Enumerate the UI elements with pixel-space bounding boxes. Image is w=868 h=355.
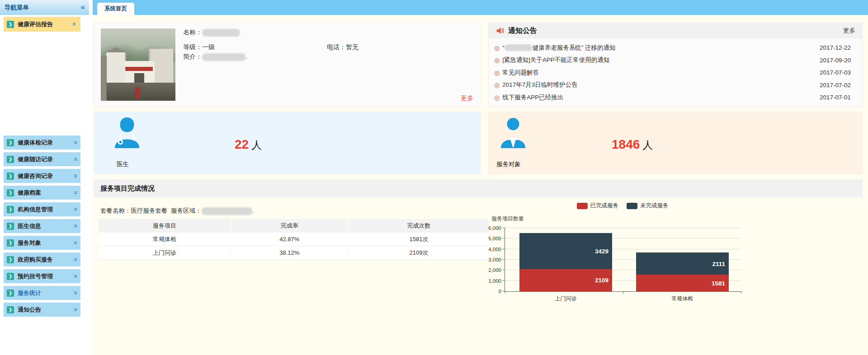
notice-item[interactable]: ◎[紧急通知]关于APP不能正常使用的通知2017-09-20 <box>489 54 862 66</box>
collapse-sidebar-icon[interactable]: « <box>81 3 85 12</box>
legend-swatch <box>627 203 637 209</box>
notice-item-date: 2017-12-22 <box>820 44 851 51</box>
chart-plot-area: 01,0002,0003,0004,0005,0006,00021093429上… <box>505 228 741 292</box>
sidebar-item[interactable]: ❯健康随访记录« <box>4 152 80 166</box>
y-tick-label: 3,000 <box>478 257 501 262</box>
circle-bullet-icon: ◎ <box>494 56 500 64</box>
app-root: 导航菜单 « ❯ 健康评估报告 « ❯健康体检记录«❯健康随访记录«❯健康咨询记… <box>0 0 868 355</box>
sidebar-item-label: 机构信息管理 <box>18 206 73 214</box>
sidebar-header: 导航菜单 « <box>0 0 89 15</box>
chevron-down-icon[interactable]: « <box>71 174 78 178</box>
x-tick-mark <box>741 291 741 294</box>
chevron-down-icon[interactable]: « <box>71 274 78 278</box>
bar-segment: 2109 <box>519 269 612 291</box>
sidebar-item[interactable]: ❯健康体检记录« <box>4 135 80 149</box>
y-tick-mark <box>503 228 505 228</box>
redacted-value <box>505 44 533 51</box>
circle-bullet-icon: ◎ <box>494 69 500 76</box>
table-cell: 38.12% <box>231 246 349 260</box>
sidebar-item-active[interactable]: ❯ 健康评估报告 « <box>4 17 80 32</box>
notice-item-date: 2017-09-20 <box>820 57 851 64</box>
sidebar-item[interactable]: ❯健康咨询记录« <box>4 169 80 183</box>
chevron-down-icon[interactable]: « <box>71 257 78 261</box>
bar-value-label: 2109 <box>595 277 609 284</box>
arrow-right-icon: ❯ <box>7 239 14 247</box>
legend-item[interactable]: 已完成服务 <box>577 202 619 210</box>
sidebar-item[interactable]: ❯医生信息« <box>4 219 80 233</box>
client-stat-card: 服务对象 1846人 <box>488 112 863 174</box>
legend-swatch <box>577 203 588 209</box>
table-header-cell: 完成率 <box>231 219 349 233</box>
bar-segment: 2111 <box>636 252 729 275</box>
table-row: 常规体检42.87%1581次 <box>99 233 489 246</box>
notice-title: 通知公告 <box>508 26 843 36</box>
x-category-label: 上门问诊 <box>555 295 577 303</box>
sidebar-item-label: 政府购买服务 <box>18 256 73 264</box>
facility-phone-field: 电话：暂无 <box>327 43 359 51</box>
arrow-right-icon: ❯ <box>7 273 14 280</box>
tab-bar: 系统首页 <box>93 0 868 15</box>
notice-item-date: 2017-07-01 <box>820 94 851 101</box>
table-row: 上门问诊38.12%2109次 <box>99 246 489 260</box>
client-stat-label: 服务对象 <box>496 160 521 168</box>
bar-segment: 3429 <box>519 233 612 269</box>
arrow-right-icon: ❯ <box>7 156 14 163</box>
package-meta-line: 套餐名称：医疗服务套餐 服务区域：. <box>100 207 254 215</box>
notice-item-text: 线下服务APP已经推出 <box>502 93 820 102</box>
facility-more-link[interactable]: 更多 <box>461 94 473 103</box>
service-table: 服务项目完成率完成次数常规体检42.87%1581次上门问诊38.12%2109… <box>99 219 489 260</box>
sidebar-item[interactable]: ❯服务对象« <box>4 236 80 250</box>
megaphone-icon <box>495 26 505 35</box>
y-tick-label: 0 <box>478 289 501 294</box>
y-tick-mark <box>503 249 505 249</box>
notice-more-link[interactable]: 更多 <box>843 27 855 35</box>
chevron-down-icon[interactable]: « <box>71 241 78 244</box>
notice-item-date: 2017-07-03 <box>820 69 851 76</box>
tab-system-home[interactable]: 系统首页 <box>97 3 134 15</box>
legend-label: 未完成服务 <box>640 202 669 210</box>
chevron-down-icon[interactable]: « <box>71 308 78 311</box>
chevron-down-icon[interactable]: « <box>71 191 78 194</box>
redacted-value <box>202 29 240 37</box>
notice-item-text: 2017年7月3日临时维护公告 <box>502 81 820 89</box>
arrow-right-icon: ❯ <box>7 206 14 213</box>
notice-item-text: “健康养老服务系统” 迁移的通知 <box>502 44 820 52</box>
chart-y-axis-title: 服务项目数量 <box>491 215 524 223</box>
notice-item[interactable]: ◎“健康养老服务系统” 迁移的通知2017-12-22 <box>489 42 862 54</box>
sidebar-item[interactable]: ❯机构信息管理« <box>4 202 80 216</box>
sidebar-item[interactable]: ❯服务统计« <box>4 286 80 300</box>
tab-label: 系统首页 <box>104 5 127 13</box>
arrow-right-icon: ❯ <box>7 189 14 196</box>
sidebar-item[interactable]: ❯政府购买服务« <box>4 252 80 266</box>
notice-item[interactable]: ◎线下服务APP已经推出2017-07-01 <box>489 91 862 103</box>
bar-segment: 1581 <box>636 275 729 291</box>
notice-item[interactable]: ◎常见问题解答2017-07-03 <box>489 66 862 79</box>
service-section-header: 服务项目完成情况 <box>94 179 863 197</box>
y-tick-mark <box>503 259 505 260</box>
chevron-up-icon[interactable]: « <box>71 22 78 26</box>
chevron-down-icon[interactable]: « <box>71 291 78 294</box>
sidebar: 导航菜单 « ❯ 健康评估报告 « ❯健康体检记录«❯健康随访记录«❯健康咨询记… <box>0 0 89 355</box>
sidebar-item[interactable]: ❯预约挂号管理« <box>4 269 80 283</box>
y-tick-label: 6,000 <box>478 225 501 231</box>
chevron-down-icon[interactable]: « <box>71 157 78 161</box>
notice-item[interactable]: ◎2017年7月3日临时维护公告2017-07-02 <box>489 79 862 91</box>
bar-value-label: 3429 <box>595 248 609 254</box>
sidebar-item[interactable]: ❯通知公告« <box>4 303 80 317</box>
y-tick-label: 2,000 <box>478 267 501 273</box>
chevron-down-icon[interactable]: « <box>71 224 78 228</box>
chevron-down-icon[interactable]: « <box>71 140 78 144</box>
sidebar-item-label: 健康体检记录 <box>18 139 73 147</box>
table-header-cell: 完成次数 <box>349 219 489 233</box>
notice-header: 通知公告 更多 <box>489 23 862 38</box>
sidebar-item[interactable]: ❯健康档案« <box>4 186 80 200</box>
table-cell: 42.87% <box>231 233 349 246</box>
arrow-right-icon: ❯ <box>7 256 14 263</box>
legend-item[interactable]: 未完成服务 <box>627 202 669 210</box>
bar-value-label: 2111 <box>712 260 725 267</box>
table-cell: 上门问诊 <box>99 246 231 260</box>
circle-bullet-icon: ◎ <box>494 94 500 101</box>
arrow-right-icon: ❯ <box>7 290 14 297</box>
chevron-down-icon[interactable]: « <box>71 207 78 211</box>
table-cell: 2109次 <box>349 246 489 260</box>
